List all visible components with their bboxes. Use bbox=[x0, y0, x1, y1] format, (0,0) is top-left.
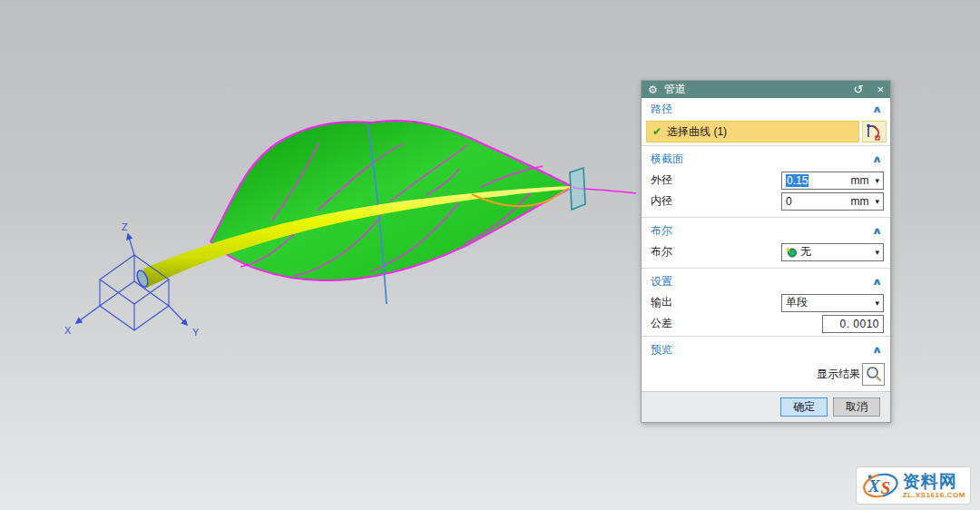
outer-diameter-value[interactable]: 0.15 bbox=[786, 174, 808, 187]
svg-text:S: S bbox=[880, 478, 890, 497]
collapse-chevron-icon[interactable]: ∧ bbox=[872, 103, 883, 115]
z-axis-label: Z bbox=[122, 221, 128, 232]
tolerance-label: 公差 bbox=[648, 316, 672, 331]
dialog-body: 路径 ∧ ✔ 选择曲线 (1) bbox=[642, 98, 890, 391]
output-row: 输出 单段 ▾ bbox=[642, 292, 890, 313]
show-result-row: 显示结果 bbox=[642, 360, 890, 391]
watermark-site-name: 资料网 bbox=[903, 473, 965, 490]
inner-diameter-row: 内径 0 mm ▾ bbox=[642, 191, 890, 211]
section-divider bbox=[642, 268, 890, 269]
section-cross-title: 横截面 bbox=[651, 152, 683, 167]
y-axis[interactable] bbox=[169, 306, 187, 325]
dialog-reset-icon[interactable]: ↺ bbox=[854, 83, 864, 95]
section-header-boolean[interactable]: 布尔 ∧ bbox=[642, 220, 890, 241]
boolean-label: 布尔 bbox=[648, 244, 672, 260]
x-axis[interactable] bbox=[76, 306, 100, 323]
pipe-dialog: ⚙ 管道 ↺ × 路径 ∧ ✔ 选择曲线 (1) bbox=[641, 80, 891, 423]
outer-diameter-row: 外径 0.15 mm ▾ bbox=[642, 170, 890, 191]
cancel-button[interactable]: 取消 bbox=[833, 397, 880, 417]
watermark-badge: X S 资料网 ZL.XS1616.COM bbox=[856, 466, 971, 505]
select-curve-row[interactable]: ✔ 选择曲线 (1) bbox=[646, 121, 859, 142]
output-label: 输出 bbox=[648, 295, 672, 310]
svg-text:X: X bbox=[867, 476, 881, 495]
show-result-button[interactable] bbox=[862, 363, 885, 386]
datum-csys[interactable] bbox=[76, 234, 187, 330]
boolean-none-icon bbox=[786, 246, 798, 258]
x-axis-label: X bbox=[64, 325, 72, 336]
boolean-value: 无 bbox=[800, 244, 811, 260]
select-curve-label: 选择曲线 (1) bbox=[667, 124, 727, 140]
section-divider bbox=[642, 336, 890, 337]
z-axis[interactable] bbox=[128, 234, 134, 255]
tolerance-row: 公差 0. 0010 bbox=[642, 313, 890, 334]
tip-section-plane[interactable] bbox=[570, 168, 585, 210]
dialog-titlebar[interactable]: ⚙ 管道 ↺ × bbox=[642, 81, 890, 98]
csys-axis-labels: Z X Y bbox=[64, 221, 200, 338]
dialog-close-icon[interactable]: × bbox=[877, 83, 884, 95]
section-path-title: 路径 bbox=[651, 102, 672, 117]
inner-diameter-input[interactable]: 0 mm ▾ bbox=[781, 192, 884, 211]
unit-dropdown-icon[interactable]: ▾ bbox=[875, 176, 879, 185]
dialog-title: 管道 bbox=[664, 82, 840, 97]
collapse-chevron-icon[interactable]: ∧ bbox=[872, 225, 883, 237]
tolerance-input[interactable]: 0. 0010 bbox=[822, 315, 884, 333]
check-icon: ✔ bbox=[652, 125, 662, 138]
magnifier-icon bbox=[866, 366, 882, 382]
graphics-viewport[interactable]: Z X Y ⚙ 管道 ↺ × 路径 ∧ ✔ 选择曲线 (1) bbox=[0, 0, 980, 510]
dropdown-icon[interactable]: ▾ bbox=[875, 248, 879, 257]
tolerance-value[interactable]: 0. 0010 bbox=[839, 318, 879, 330]
inner-diameter-value[interactable]: 0 bbox=[786, 195, 792, 208]
section-settings-title: 设置 bbox=[651, 274, 672, 289]
unit-dropdown-icon[interactable]: ▾ bbox=[875, 197, 879, 206]
collapse-chevron-icon[interactable]: ∧ bbox=[872, 153, 883, 165]
section-boolean-title: 布尔 bbox=[651, 223, 672, 239]
curve-rule-icon bbox=[866, 123, 884, 141]
output-value: 单段 bbox=[786, 295, 808, 310]
section-divider bbox=[642, 217, 890, 218]
dialog-footer: 确定 取消 bbox=[642, 391, 890, 422]
show-result-label: 显示结果 bbox=[817, 367, 860, 382]
boolean-row: 布尔 无 ▾ bbox=[642, 241, 890, 262]
inner-diameter-label: 内径 bbox=[648, 193, 672, 209]
section-header-cross-section[interactable]: 横截面 ∧ bbox=[642, 148, 890, 170]
collapse-chevron-icon[interactable]: ∧ bbox=[872, 344, 883, 356]
output-dropdown[interactable]: 单段 ▾ bbox=[781, 294, 884, 312]
section-preview-title: 预览 bbox=[651, 342, 672, 358]
section-header-path[interactable]: 路径 ∧ bbox=[642, 98, 890, 120]
outer-diameter-label: 外径 bbox=[648, 172, 672, 188]
outer-diameter-input[interactable]: 0.15 mm ▾ bbox=[781, 172, 884, 190]
dropdown-icon[interactable]: ▾ bbox=[875, 299, 879, 308]
y-axis-label: Y bbox=[192, 327, 200, 338]
dialog-options-gear-icon[interactable]: ⚙ bbox=[648, 84, 658, 95]
section-header-preview[interactable]: 预览 ∧ bbox=[642, 338, 890, 360]
curve-rule-button[interactable] bbox=[862, 121, 887, 142]
ok-button[interactable]: 确定 bbox=[780, 397, 828, 417]
boolean-dropdown[interactable]: 无 ▾ bbox=[781, 243, 884, 261]
collapse-chevron-icon[interactable]: ∧ bbox=[872, 276, 883, 288]
outer-diameter-unit: mm bbox=[850, 174, 868, 187]
section-divider bbox=[642, 145, 890, 146]
xs-logo-icon: X S bbox=[861, 468, 900, 503]
inner-diameter-unit: mm bbox=[850, 195, 868, 208]
watermark-site-url: ZL.XS1616.COM bbox=[903, 492, 965, 499]
section-header-settings[interactable]: 设置 ∧ bbox=[642, 270, 890, 292]
